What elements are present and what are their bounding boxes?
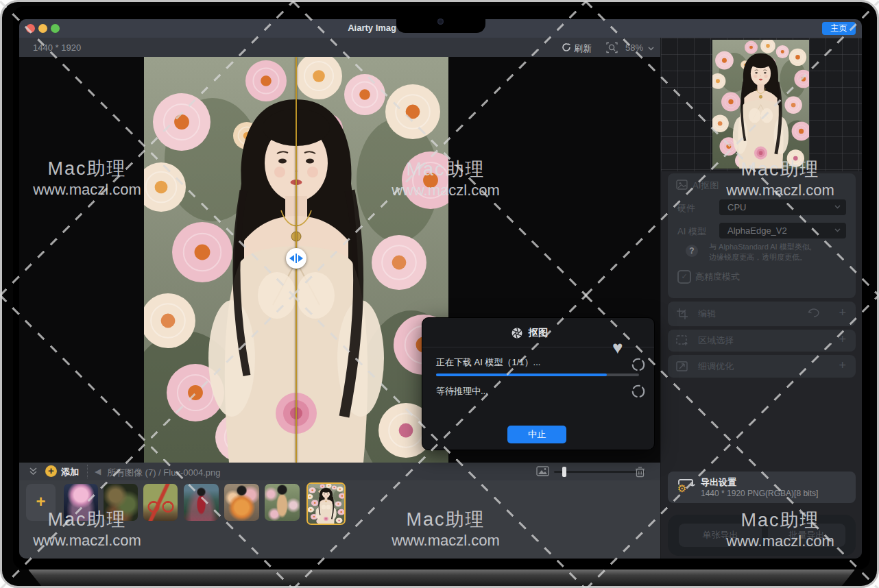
thumbnail-woman-among-flowers[interactable] [265,484,300,521]
spinner-icon [631,384,646,399]
add-images-button[interactable]: 添加 [61,466,79,478]
panel-title: AI抠图 [693,180,719,192]
image-dimensions-label: 1440 * 1920 [33,42,81,53]
model-value: AlphaEdge_V2 [727,225,787,236]
gear-icon: ⚙ [677,482,686,495]
webcam-icon [437,19,444,25]
spinner-icon [631,357,646,372]
dialog-separator [422,347,654,347]
model-hint-line2: 边缘锐度更高，透明度更低。 [709,252,807,262]
export-settings-title: 导出设置 [701,476,736,489]
download-task-label: 正在下载 AI 模型（1/1）... [436,356,540,369]
app-window: Aiarty Imag 主页 1440 * 1920 刷新 58% [19,19,862,559]
canvas-toolbar: 1440 * 1920 刷新 58% [19,38,660,58]
model-label: AI 模型 [677,225,706,238]
hardware-value: CPU [727,202,746,212]
chevron-left-icon [289,255,294,262]
edit-label: 编辑 [698,308,716,320]
dialog-title: 抠图 [422,327,654,339]
abort-button[interactable]: 中止 [507,426,566,443]
thumbnail-size-slider[interactable] [554,471,645,473]
refine-label: 细调优化 [698,360,734,373]
help-icon: ? [686,245,698,257]
ai-matting-panel: AI抠图 硬件 CPU AI 模型 AlphaEdge_V2 ? 与 Alpha… [668,173,856,298]
home-button[interactable]: 主页 [822,22,856,35]
result-preview-image [712,40,809,169]
thumbnail-woman-red-dress[interactable] [184,484,219,521]
expand-plus-icon[interactable]: + [839,358,846,373]
thumbnail-woman-orange-bouquet[interactable] [224,484,259,521]
inference-task-label: 等待推理中... [436,385,488,397]
thumbnail-jellyfish[interactable] [64,484,98,521]
model-select[interactable]: AlphaEdge_V2 [719,223,846,238]
maximize-button[interactable] [51,24,60,33]
zoom-chevron-down-icon[interactable] [648,47,654,51]
region-select-icon [676,335,688,346]
hardware-label: 硬件 [677,202,695,215]
thumbnail-size-slider-thumb[interactable] [562,467,566,477]
minimize-button[interactable] [38,24,47,33]
close-button[interactable] [26,24,35,33]
refine-icon [676,361,688,372]
expand-plus-icon[interactable]: + [839,306,846,320]
filmstrip: + [19,480,660,559]
refine-panel[interactable]: 细调优化 + [668,355,856,378]
filmstrip-toolbar: + 添加 ◀ 所有图像 (7) / Flux-0004.png [19,463,660,481]
region-select-panel[interactable]: 区域选择 + [668,330,856,352]
right-panel: AI抠图 硬件 CPU AI 模型 AlphaEdge_V2 ? 与 Alpha… [660,38,862,559]
expand-plus-icon[interactable]: + [839,332,846,347]
window-title: Aiarty Imag [348,23,396,33]
export-settings-subtitle: 1440 * 1920 PNG(RGBA)[8 bits] [701,489,818,498]
compare-slider-handle[interactable] [286,248,306,269]
zoom-level-value[interactable]: 58% [625,42,643,53]
model-hint-line1: 与 AlphaStandard AI 模型类似, [709,242,812,252]
chevron-right-icon [298,255,303,262]
chevron-down-icon [834,205,841,209]
undo-icon[interactable] [808,308,820,318]
result-preview-area [661,38,862,171]
matting-progress-dialog: 抠图 正在下载 AI 模型（1/1）... 等待推理中... 中止 [422,317,655,450]
collapse-double-chevron-icon[interactable] [29,467,38,476]
thumbnail-forest-owl[interactable] [104,484,138,521]
laptop-hinge [28,569,855,586]
download-progress-track [436,373,639,376]
edit-icon [676,308,688,320]
back-arrow-icon[interactable]: ◀ [95,467,101,476]
thumbnail-red-bicycle[interactable] [143,484,178,521]
download-progress-fill [436,373,607,376]
export-settings-card[interactable]: ⚙ 导出设置 1440 * 1920 PNG(RGBA)[8 bits] [668,471,856,503]
region-select-label: 区域选择 [698,334,734,347]
toolbar-divider [87,465,88,478]
screen: Aiarty Imag 主页 1440 * 1920 刷新 58% [13,6,870,569]
thumbnail-woman-cream-dress-selected[interactable] [306,482,346,525]
add-plus-icon: + [45,465,57,477]
export-buttons-group: 单张导出 批量导出 [668,515,856,556]
breadcrumb: 所有图像 (7) / Flux-0004.png [107,467,220,479]
refresh-label[interactable]: 刷新 [574,42,592,55]
precision-checkbox[interactable]: ✓ [677,270,691,284]
trash-icon[interactable] [635,466,645,478]
edit-panel[interactable]: 编辑 + [668,302,856,326]
refresh-icon[interactable] [562,42,571,52]
export-single-button[interactable]: 单张导出 [679,524,762,547]
zoom-magnifier-icon[interactable] [606,42,618,53]
chevron-down-icon [834,228,841,232]
ai-matting-icon [676,180,688,190]
precision-label: 高精度模式 [695,271,740,283]
hardware-select[interactable]: CPU [719,199,846,215]
export-batch-button[interactable]: 批量导出 [768,524,845,547]
add-image-tile[interactable]: + [26,484,56,521]
notch [396,6,485,33]
handle-divider [296,254,297,263]
laptop-frame: Aiarty Imag 主页 1440 * 1920 刷新 58% [0,0,879,588]
thumbnail-size-image-icon [536,466,549,476]
